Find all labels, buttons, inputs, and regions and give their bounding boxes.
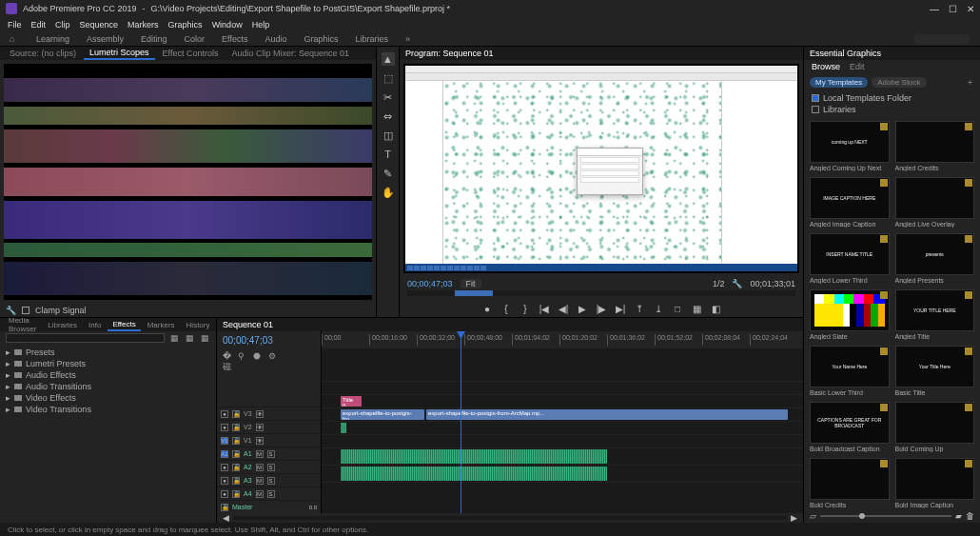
tab-sequence[interactable]: Sequence 01: [223, 320, 273, 329]
tab-markers[interactable]: Markers: [143, 320, 180, 330]
rectangle-tool[interactable]: ✎: [382, 167, 395, 180]
workspace-graphics[interactable]: Graphics: [304, 34, 338, 44]
track-header-v2[interactable]: ●🔒V2👁: [217, 420, 321, 433]
zoom-fit-dropdown[interactable]: Fit: [461, 279, 481, 288]
program-scrubber[interactable]: [400, 290, 803, 300]
settings-icon[interactable]: ⚙: [268, 351, 278, 361]
local-templates-checkbox[interactable]: [812, 94, 819, 102]
play-button[interactable]: ▶: [577, 303, 588, 314]
lumetri-scope-display[interactable]: [4, 64, 372, 300]
clip-audio[interactable]: [341, 423, 346, 433]
workspace-audio[interactable]: Audio: [265, 34, 286, 44]
safe-margins-button[interactable]: ▦: [691, 303, 702, 314]
template-item[interactable]: Bold Coming Up: [895, 402, 975, 452]
fx-badge-icon[interactable]: ▦: [201, 333, 210, 343]
tab-essential-graphics[interactable]: Essential Graphics: [810, 49, 881, 58]
track-header-v1[interactable]: V1🔒V1👁: [217, 433, 321, 447]
track-header-v3[interactable]: ●🔒V3👁: [217, 407, 321, 420]
template-item[interactable]: Angled Live Overlay: [895, 177, 975, 228]
timeline-timecode[interactable]: 00;00;47;03: [217, 331, 321, 349]
template-item[interactable]: coming up NEXTAngled Coming Up Next: [810, 121, 890, 171]
add-marker-button[interactable]: ●: [481, 303, 493, 314]
go-to-in-button[interactable]: |◀: [539, 303, 550, 314]
eg-browse-tab[interactable]: Browse: [812, 62, 840, 71]
template-item[interactable]: Bold Image Caption: [895, 458, 975, 508]
zoom-in-icon[interactable]: ▰: [955, 511, 962, 521]
search-input[interactable]: [913, 34, 970, 44]
clip-audio[interactable]: [341, 467, 607, 481]
type-tool[interactable]: T: [382, 148, 395, 161]
tab-source[interactable]: Source: (no clips): [4, 48, 82, 59]
maximize-button[interactable]: ☐: [949, 4, 957, 14]
track-header-a2[interactable]: ●🔒A2MS: [217, 460, 321, 473]
tab-history[interactable]: History: [182, 320, 215, 330]
wrench-icon[interactable]: 🔧: [6, 306, 16, 315]
zoom-out-icon[interactable]: ▱: [810, 511, 816, 521]
track-select-tool[interactable]: ⬚: [382, 71, 395, 85]
go-to-out-button[interactable]: ▶|: [615, 303, 626, 314]
thumbnail-size-slider[interactable]: [820, 515, 951, 517]
clip-audio[interactable]: [341, 449, 607, 464]
step-back-button[interactable]: ◀|: [558, 303, 569, 314]
close-button[interactable]: ✕: [967, 4, 974, 14]
menu-graphics[interactable]: Graphics: [168, 20, 203, 30]
delete-icon[interactable]: 🗑: [966, 511, 974, 521]
templates-grid[interactable]: coming up NEXTAngled Coming Up NextAngle…: [804, 117, 980, 509]
filter-adobe-stock[interactable]: Adobe Stock: [872, 77, 926, 88]
selection-tool[interactable]: ▲: [382, 52, 395, 66]
template-item[interactable]: CAPTIONS ARE GREAT FOR BROADCASTBold Bro…: [810, 402, 890, 452]
program-timecode[interactable]: 00;00;47;03: [407, 279, 453, 288]
time-ruler[interactable]: 00;00 00;00;16;00 00;00;32;00 00;00;48;0…: [322, 331, 803, 348]
workspace-learning[interactable]: Learning: [36, 34, 69, 44]
step-forward-button[interactable]: |▶: [596, 303, 607, 314]
menu-file[interactable]: File: [8, 20, 22, 30]
effects-tree[interactable]: ▸Presets ▸Lumetri Presets ▸Audio Effects…: [0, 345, 216, 523]
template-item[interactable]: YOUR TITLE HEREAngled Title: [895, 289, 975, 340]
template-item[interactable]: presentsAngled Presents: [895, 233, 975, 284]
fx-badge-icon[interactable]: ▦: [170, 333, 180, 343]
clamp-signal-checkbox[interactable]: [22, 307, 29, 314]
menu-window[interactable]: Window: [212, 20, 243, 30]
razor-tool[interactable]: ✂: [382, 90, 395, 104]
snap-icon[interactable]: �磁: [223, 351, 232, 361]
tab-audio-clip-mixer[interactable]: Audio Clip Mixer: Sequence 01: [225, 48, 355, 59]
track-header-master[interactable]: 🔒Master0.0: [217, 500, 321, 513]
slip-tool[interactable]: ⇔: [382, 109, 395, 123]
pen-tool[interactable]: ◫: [382, 129, 395, 142]
tab-info[interactable]: Info: [84, 320, 106, 330]
clip-video[interactable]: export-shapefile-to-postgis-fro...: [341, 409, 424, 420]
settings-icon[interactable]: 🔧: [732, 279, 742, 288]
track-header-a3[interactable]: ●🔒A3MS: [217, 473, 321, 486]
template-item[interactable]: Your Title HereBasic Title: [895, 346, 975, 396]
marker-icon[interactable]: ⬣: [253, 351, 263, 361]
timeline-tracks[interactable]: 00;00 00;00;16;00 00;00;32;00 00;00;48;0…: [322, 331, 803, 513]
clip-video[interactable]: export-shapefile-to-postgis-from-ArcMap.…: [426, 409, 788, 420]
libraries-checkbox[interactable]: [812, 106, 819, 113]
tab-libraries[interactable]: Libraries: [43, 320, 82, 330]
menu-clip[interactable]: Clip: [55, 20, 70, 30]
add-filter-icon[interactable]: ＋: [966, 76, 974, 89]
menu-edit[interactable]: Edit: [31, 20, 47, 30]
program-view[interactable]: [403, 64, 799, 273]
filter-my-templates[interactable]: My Templates: [810, 77, 868, 88]
track-header-a4[interactable]: ●🔒A4MS: [217, 486, 321, 500]
template-item[interactable]: Angled Slate: [810, 289, 890, 340]
mark-out-button[interactable]: }: [519, 303, 531, 314]
workspace-color[interactable]: Color: [185, 34, 206, 44]
track-header-a1[interactable]: A1🔒A1MS: [217, 447, 321, 460]
extract-button[interactable]: ⤓: [653, 303, 664, 314]
workspace-assembly[interactable]: Assembly: [87, 34, 124, 44]
home-icon[interactable]: ⌂: [10, 34, 19, 44]
template-item[interactable]: Bold Credits: [810, 458, 890, 508]
tab-effects[interactable]: Effects: [108, 319, 140, 331]
resolution-dropdown[interactable]: 1/2: [713, 279, 725, 288]
lift-button[interactable]: ⤒: [634, 303, 645, 314]
clip-title[interactable]: Title 0...: [341, 396, 362, 407]
workspace-effects[interactable]: Effects: [222, 34, 247, 44]
template-item[interactable]: INSERT NAME TITLEAngled Lower Third: [810, 233, 890, 284]
tab-program[interactable]: Program: Sequence 01: [405, 49, 494, 58]
playhead[interactable]: [461, 331, 461, 513]
template-item[interactable]: Your Name HereBasic Lower Third: [810, 346, 890, 396]
comparison-view-button[interactable]: ◧: [710, 303, 721, 314]
tab-effect-controls[interactable]: Effect Controls: [157, 48, 225, 59]
